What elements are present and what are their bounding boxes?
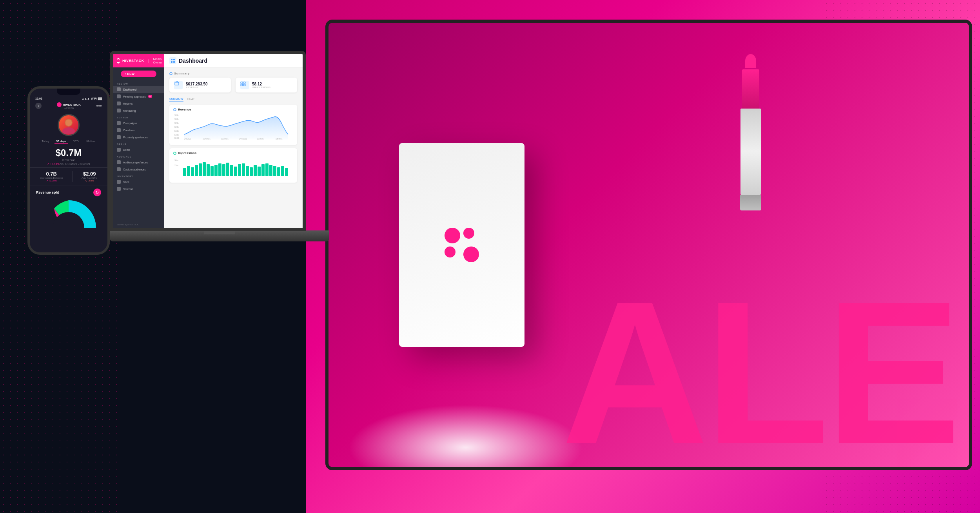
svg-rect-8 [241, 84, 243, 86]
phone-tabs: Today 30 days YTD Lifetime [30, 138, 107, 146]
logo-dot-1 [445, 228, 460, 243]
tab-heat[interactable]: HEAT [187, 96, 195, 102]
svg-point-10 [174, 109, 176, 111]
tv-screen: ALE [325, 20, 972, 470]
summary-icon [169, 72, 172, 75]
sidebar-item-screens[interactable]: Screens [113, 185, 164, 192]
sidebar-item-creatives[interactable]: Creatives [113, 127, 164, 134]
svg-text:25m: 25m [174, 164, 178, 167]
svg-rect-9 [243, 84, 245, 86]
sidebar-item-custom-audiences-label: Custom audiences [123, 168, 146, 171]
svg-rect-27 [183, 168, 186, 176]
svg-rect-53 [285, 168, 288, 176]
svg-rect-51 [277, 167, 280, 176]
campaigns-icon [117, 121, 121, 125]
lipstick-top [742, 69, 759, 109]
sidebar-item-audience-geo[interactable]: Audience geofences [113, 159, 164, 166]
phone-logo-area: HIVESTACK by PERION [57, 102, 81, 109]
sidebar-item-reports-label: Reports [123, 102, 133, 105]
revenue-chart-label: Revenue [173, 108, 293, 111]
phone-more-button[interactable]: ••• [96, 103, 102, 109]
phone-logo-row: HIVESTACK [57, 102, 81, 107]
sidebar-brand: HIVESTACK [122, 59, 144, 63]
impressions-value: 58,12 [252, 82, 270, 86]
trend-value: +0.93% [50, 163, 60, 165]
svg-rect-43 [246, 166, 249, 176]
revenue-card-info: $617,283.50 REVENUE [186, 82, 208, 89]
svg-point-4 [170, 73, 172, 75]
sidebar-logo-inner [117, 59, 120, 62]
cpm-trend: ↘ -2.8% [82, 179, 98, 182]
tv-ellipse [348, 404, 583, 467]
impressions-card-info: 58,12 IMPRESSIONS [252, 82, 270, 89]
deals-icon [117, 148, 121, 152]
svg-rect-49 [269, 165, 272, 176]
svg-rect-29 [191, 167, 194, 176]
svg-point-24 [174, 152, 176, 154]
svg-rect-36 [218, 163, 221, 176]
creatives-icon [117, 128, 121, 132]
refresh-button[interactable]: ↻ [93, 189, 101, 196]
impressions-card-icon [240, 81, 249, 89]
laptop: HIVESTACK | Media Owner + NEW REVIEW Das… [110, 51, 329, 270]
sidebar-item-dashboard[interactable]: Dashboard [113, 86, 164, 93]
svg-rect-39 [230, 165, 233, 176]
revenue-split-chart [37, 196, 100, 230]
impressions-delivered-value: 0.7B [40, 171, 63, 177]
laptop-screen: HIVESTACK | Media Owner + NEW REVIEW Das… [110, 51, 306, 231]
sidebar-item-campaigns-label: Campaigns [123, 122, 137, 125]
svg-rect-47 [261, 164, 265, 176]
svg-text:$5.0k: $5.0k [174, 137, 180, 139]
svg-rect-40 [234, 167, 237, 176]
sidebar-item-pending-label: Pending approvals [123, 95, 146, 98]
topbar: Dashboard [164, 54, 303, 68]
svg-rect-34 [211, 166, 214, 176]
phone-tab-today[interactable]: Today [40, 139, 51, 144]
lipstick-bot [740, 195, 761, 210]
product-box [399, 143, 524, 347]
lipstick-drop [745, 54, 756, 68]
dashboard-body: Summary $617,283.50 [164, 68, 303, 228]
phone-back-button[interactable]: ‹ [35, 103, 42, 109]
svg-rect-38 [226, 163, 229, 176]
svg-rect-52 [281, 166, 284, 176]
sidebar-item-reports[interactable]: Reports [113, 100, 164, 107]
sidebar-item-pending[interactable]: Pending approvals N [113, 93, 164, 100]
phone-tab-lifetime[interactable]: Lifetime [84, 139, 97, 144]
svg-rect-50 [273, 166, 276, 176]
reports-icon [117, 102, 121, 105]
sidebar-item-sites-label: Sites [123, 181, 129, 183]
sidebar-section-audience: AUDIENCE [113, 153, 164, 159]
dashboard-title-text: Dashboard [179, 58, 207, 64]
sidebar-item-custom-audiences[interactable]: Custom audiences [113, 166, 164, 173]
tab-summary[interactable]: SUMMARY [169, 96, 183, 102]
sidebar-item-sites[interactable]: Sites [113, 178, 164, 185]
avatar-person-svg [60, 116, 77, 134]
svg-rect-46 [258, 167, 261, 176]
dashboard-icon-svg [171, 58, 175, 63]
sale-text: ALE [561, 286, 957, 459]
revenue-chart-svg: $35k $30k $25k $20k $15k $10k $5.0k [173, 113, 293, 140]
phone-tab-30days[interactable]: 30 days [54, 139, 68, 144]
sidebar-item-deals[interactable]: Deals [113, 146, 164, 153]
sidebar-item-proximity[interactable]: Proximity geofences [113, 134, 164, 141]
svg-text:$15k: $15k [174, 130, 179, 132]
phone-revenue-label: Revenue [30, 158, 107, 162]
svg-text:2/9/2021: 2/9/2021 [184, 138, 191, 140]
sidebar-section-inventory: INVENTORY [113, 173, 164, 178]
trend-arrow-icon: ↗ [47, 163, 49, 165]
sidebar-section-deals: DEALS [113, 141, 164, 146]
dashboard-tabs: SUMMARY HEAT [169, 96, 297, 102]
svg-rect-0 [171, 59, 172, 60]
revenue-chart-section: Revenue $35k $30k $25k $20k $15k $10k $5… [169, 105, 297, 145]
revenue-split-title: Revenue split [36, 190, 59, 194]
logo-dot-3 [445, 247, 456, 257]
new-button[interactable]: + NEW [121, 71, 156, 77]
svg-rect-7 [243, 82, 245, 83]
revenue-split-header: Revenue split ↻ [36, 189, 101, 196]
dashboard-icon [117, 87, 121, 91]
dots-pattern-left [0, 0, 118, 513]
sidebar-item-campaigns[interactable]: Campaigns [113, 120, 164, 127]
phone-tab-ytd[interactable]: YTD [72, 139, 80, 144]
sidebar-item-monitoring[interactable]: Monitoring [113, 107, 164, 114]
